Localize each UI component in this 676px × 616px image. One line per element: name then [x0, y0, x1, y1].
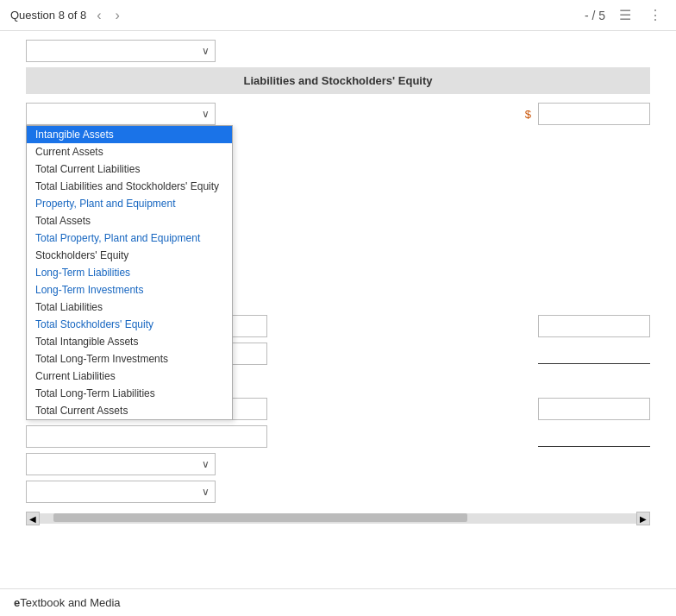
open-dropdown-row: ∨ Intangible Assets Current Assets Total… [26, 103, 650, 125]
top-dropdown-row: ∨ [26, 40, 650, 62]
dropdown-item-8[interactable]: Long-Term Liabilities [27, 264, 232, 281]
question-info: Question 8 of 8 ‹ › [10, 6, 123, 25]
scrollbar-area: ◀ ▶ [26, 512, 650, 525]
row7-dropdown: ∨ [26, 453, 650, 475]
section-title: Liabilities and Stockholders' Equity [243, 74, 432, 87]
prev-button[interactable]: ‹ [93, 6, 104, 25]
row7-dropdown-trigger[interactable]: ∨ [26, 453, 216, 475]
input-right-5[interactable] [538, 398, 650, 420]
footer-text: eTextbook and Media [14, 596, 121, 609]
dropdown-item-9[interactable]: Long-Term Investments [27, 281, 232, 299]
scrollbar-track [40, 513, 636, 524]
input-field-1[interactable] [538, 103, 650, 125]
row8-dropdown: ∨ [26, 481, 650, 503]
open-dropdown-container[interactable]: ∨ Intangible Assets Current Assets Total… [26, 103, 216, 125]
input-right-3[interactable] [538, 343, 650, 364]
section-header: Liabilities and Stockholders' Equity [26, 67, 650, 94]
input-left-6[interactable] [26, 425, 267, 448]
dropdown-item-2[interactable]: Total Current Liabilities [27, 160, 232, 178]
dropdown-item-13[interactable]: Total Long-Term Investments [27, 350, 232, 368]
dropdown-item-16[interactable]: Total Current Assets [27, 402, 232, 419]
top-dropdown-trigger[interactable]: ∨ [26, 40, 216, 62]
dropdown-item-6[interactable]: Total Property, Plant and Equipment [27, 229, 232, 247]
open-chevron-icon: ∨ [202, 108, 210, 120]
dropdown-item-0[interactable]: Intangible Assets [27, 126, 232, 143]
dropdown-item-10[interactable]: Total Liabilities [27, 299, 232, 316]
row6 [26, 425, 650, 448]
scroll-left-button[interactable]: ◀ [26, 512, 40, 525]
list-icon-button[interactable]: ☰ [616, 5, 635, 25]
top-dropdown-container: ∨ [26, 40, 216, 62]
dropdown-item-4[interactable]: Property, Plant and Equipment [27, 195, 232, 212]
dropdown-item-11[interactable]: Total Stockholders' Equity [27, 316, 232, 333]
dropdown-menu: Intangible Assets Current Assets Total C… [26, 125, 233, 420]
row7-chevron-icon: ∨ [202, 458, 210, 470]
next-button[interactable]: › [112, 6, 123, 25]
footer: eTextbook and Media [0, 588, 676, 616]
dropdown-item-14[interactable]: Current Liabilities [27, 368, 232, 385]
scroll-right-button[interactable]: ▶ [636, 512, 650, 525]
dropdown-item-5[interactable]: Total Assets [27, 212, 232, 229]
dropdown-item-7[interactable]: Stockholders' Equity [27, 247, 232, 264]
open-dropdown-trigger[interactable]: ∨ [26, 103, 216, 125]
dropdown-item-3[interactable]: Total Liabilities and Stockholders' Equi… [27, 178, 232, 195]
input-right-6[interactable] [538, 426, 650, 447]
main-content: ∨ Liabilities and Stockholders' Equity ∨… [0, 31, 676, 534]
score-display: - / 5 [585, 9, 605, 22]
question-label: Question 8 of 8 [10, 9, 86, 22]
dropdown-item-12[interactable]: Total Intangible Assets [27, 333, 232, 350]
dollar-sign-1: $ [525, 108, 531, 121]
row1-inputs: $ [525, 103, 650, 125]
dropdown-item-1[interactable]: Current Assets [27, 143, 232, 160]
input-right-2[interactable] [538, 315, 650, 337]
top-chevron-icon: ∨ [202, 45, 210, 57]
top-bar-right: - / 5 ☰ ⋮ [585, 5, 666, 25]
scrollbar-thumb[interactable] [53, 513, 467, 522]
row8-chevron-icon: ∨ [202, 486, 210, 498]
row8-dropdown-trigger[interactable]: ∨ [26, 481, 216, 503]
dropdown-item-15[interactable]: Total Long-Term Liabilities [27, 385, 232, 402]
top-bar: Question 8 of 8 ‹ › - / 5 ☰ ⋮ [0, 0, 676, 31]
more-icon-button[interactable]: ⋮ [645, 5, 666, 25]
